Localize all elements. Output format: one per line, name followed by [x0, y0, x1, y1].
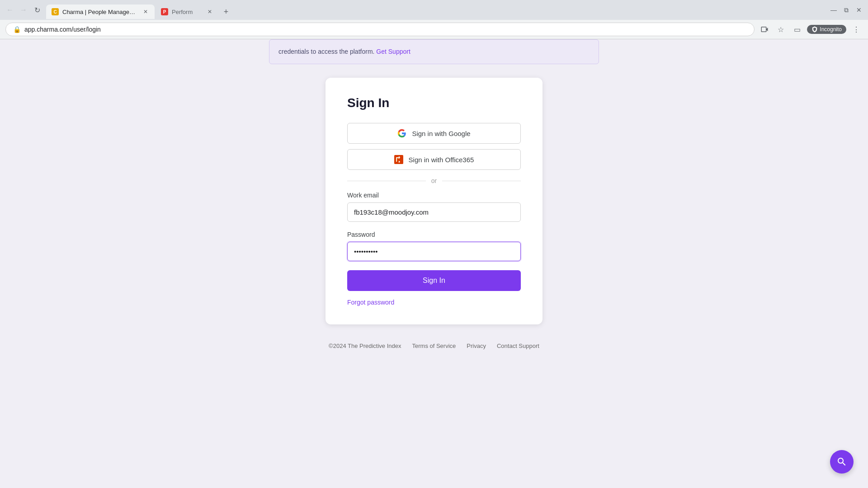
office365-signin-button[interactable]: Sign in with Office365	[347, 149, 521, 170]
login-title: Sign In	[347, 96, 521, 110]
email-label: Work email	[347, 192, 521, 199]
password-form-group: Password	[347, 231, 521, 261]
email-input[interactable]	[347, 202, 521, 222]
terms-link[interactable]: Terms of Service	[412, 343, 456, 349]
contact-link[interactable]: Contact Support	[497, 343, 539, 349]
perform-favicon: P	[161, 8, 168, 15]
office365-signin-label: Sign in with Office365	[409, 156, 474, 164]
browser-actions: ☆ ▭ Incognito ⋮	[758, 23, 863, 36]
office-icon	[394, 155, 403, 164]
page-footer: ©2024 The Predictive Index Terms of Serv…	[329, 343, 539, 349]
maximize-button[interactable]: ⧉	[843, 6, 850, 14]
tab-charma[interactable]: C Charma | People Management ✕	[46, 5, 155, 19]
password-label: Password	[347, 231, 521, 238]
no-camera-icon[interactable]	[758, 23, 771, 36]
reload-button[interactable]: ↻	[31, 4, 43, 16]
address-bar-row: 🔒 app.charma.com/user/login ☆ ▭ Incognit…	[0, 20, 868, 39]
banner: credentials to access the platform. Get …	[269, 39, 599, 64]
back-button[interactable]: ←	[4, 4, 16, 16]
divider-text: or	[431, 177, 437, 184]
tab-charma-title: Charma | People Management	[62, 9, 138, 15]
menu-button[interactable]: ⋮	[850, 23, 863, 36]
sidebar-icon[interactable]: ▭	[791, 23, 803, 36]
charma-favicon: C	[52, 8, 59, 15]
divider: or	[347, 177, 521, 184]
search-icon	[836, 456, 847, 467]
browser-chrome: ← → ↻ C Charma | People Management ✕ P P…	[0, 0, 868, 39]
new-tab-button[interactable]: +	[220, 5, 232, 18]
forgot-password-link[interactable]: Forgot password	[347, 299, 394, 306]
google-icon	[397, 129, 406, 138]
divider-left	[347, 181, 426, 181]
privacy-link[interactable]: Privacy	[467, 343, 486, 349]
lock-icon: 🔒	[13, 26, 21, 33]
sign-in-button[interactable]: Sign In	[347, 270, 521, 291]
incognito-badge: Incognito	[807, 25, 846, 34]
email-form-group: Work email	[347, 192, 521, 222]
floating-search-button[interactable]	[830, 450, 854, 474]
forward-button[interactable]: →	[17, 4, 30, 16]
login-card: Sign In Sign in with Google Sign in with…	[326, 78, 542, 324]
tab-charma-close[interactable]: ✕	[142, 8, 149, 15]
divider-right	[442, 181, 521, 181]
star-icon[interactable]: ☆	[774, 23, 787, 36]
tab-perform[interactable]: P Perform ✕	[156, 5, 219, 19]
incognito-label: Incognito	[820, 26, 842, 33]
page-content: credentials to access the platform. Get …	[0, 39, 868, 488]
google-signin-label: Sign in with Google	[412, 130, 470, 137]
tab-perform-title: Perform	[172, 9, 203, 15]
close-button[interactable]: ✕	[855, 6, 863, 14]
google-signin-button[interactable]: Sign in with Google	[347, 123, 521, 144]
banner-text: credentials to access the platform.	[278, 48, 374, 55]
address-bar[interactable]: 🔒 app.charma.com/user/login	[5, 23, 755, 36]
get-support-link[interactable]: Get Support	[376, 48, 410, 55]
address-text: app.charma.com/user/login	[24, 26, 747, 33]
tab-perform-close[interactable]: ✕	[206, 8, 213, 15]
minimize-button[interactable]: —	[830, 6, 837, 14]
password-input[interactable]	[347, 242, 521, 261]
footer-copyright: ©2024 The Predictive Index	[329, 343, 401, 349]
